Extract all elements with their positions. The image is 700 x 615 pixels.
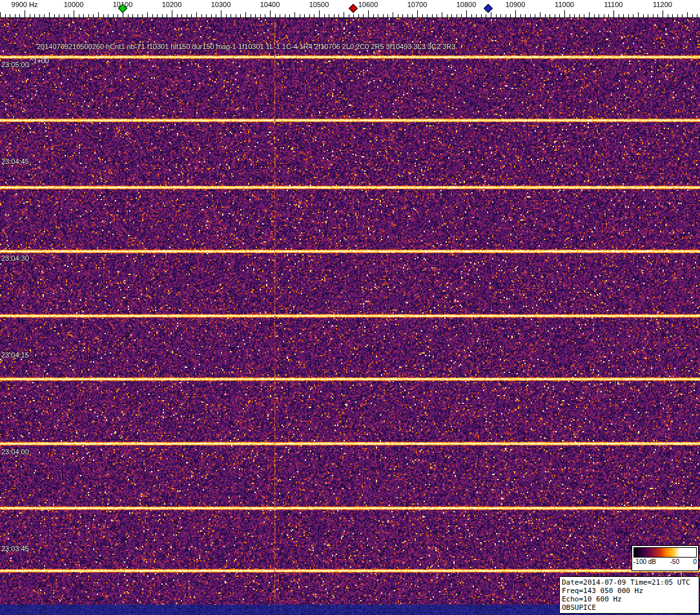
time-label: 23:03:45 (1, 545, 29, 552)
freq-tick-label: 11100 (604, 1, 623, 8)
freq-tick-label: 10300 (211, 1, 231, 8)
info-echo: Echo=10 600 Hz (562, 595, 697, 603)
spectrogram-app: 9900 Hz100001010010200103001040010500106… (0, 0, 700, 615)
freq-tick-label: 9900 Hz (12, 1, 38, 8)
event-annotation: 20140709210500260 hCnt1 nb-71 f10301 hit… (37, 43, 455, 50)
freq-tick-label: 10000 (64, 1, 84, 8)
freq-tick-label: 10500 (309, 1, 329, 8)
freq-tick-label: 10900 (506, 1, 526, 8)
observation-info-box: Date=2014-07-09 Time=21:05 UTC Freq=143 … (559, 576, 699, 614)
time-label: 23:05:00 (1, 61, 29, 68)
info-date-time: Date=2014-07-09 Time=21:05 UTC (562, 578, 697, 587)
time-label: 23:04:45 (1, 157, 29, 165)
intensity-colorbar: -100 dB -50 0 (632, 545, 699, 571)
time-label: 23:04:00 (1, 448, 29, 456)
freq-tick-label: 11000 (555, 1, 574, 8)
colorbar-min-label: -100 dB (633, 558, 656, 565)
colorbar-gradient (633, 547, 697, 558)
time-label: 23:04:30 (1, 254, 29, 262)
spectrogram-canvas (0, 18, 700, 615)
cursor-marker: ^1+00 (30, 57, 49, 65)
freq-tick-label: 10200 (162, 1, 182, 8)
freq-tick-label: 10700 (407, 1, 427, 8)
frequency-ruler: 9900 Hz100001010010200103001040010500106… (0, 0, 700, 18)
info-frequency: Freq=143 050 000 Hz (562, 587, 697, 595)
time-label: 23:04:15 (1, 351, 29, 359)
colorbar-labels: -100 dB -50 0 (632, 558, 698, 565)
spectrogram-waterfall: 20140709210500260 hCnt1 nb-71 f10301 hit… (0, 18, 700, 615)
freq-tick-label: 10800 (457, 1, 477, 8)
freq-tick-label: 10400 (260, 1, 280, 8)
colorbar-max-label: 0 (693, 558, 697, 565)
freq-tick-label: 11200 (653, 1, 672, 8)
colorbar-mid-label: -50 (670, 558, 679, 565)
freq-tick-label: 10600 (358, 1, 378, 8)
info-station: OBSUPICE (562, 603, 697, 612)
